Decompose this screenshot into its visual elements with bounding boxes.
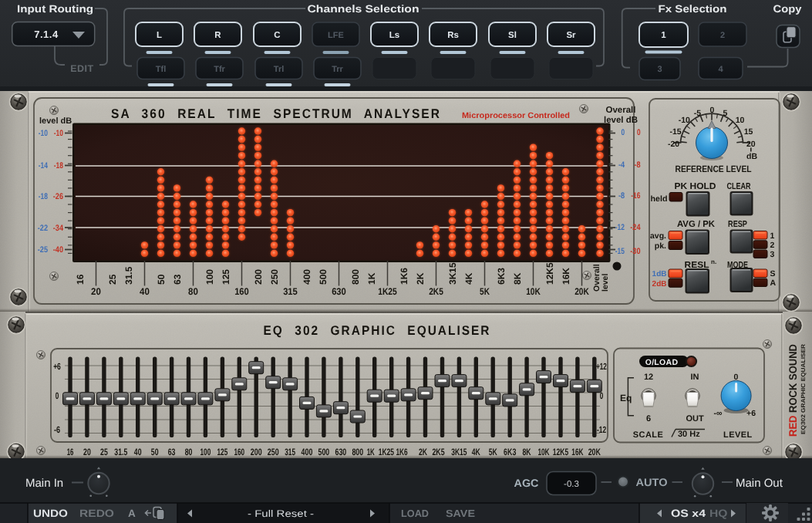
svg-text:SAVE: SAVE [446, 508, 475, 519]
svg-text:Channels Selection: Channels Selection [308, 3, 419, 15]
svg-text:-4: -4 [618, 160, 625, 170]
svg-text:-26: -26 [53, 192, 63, 201]
svg-text:-10: -10 [679, 116, 690, 125]
svg-text:63: 63 [172, 274, 183, 285]
svg-text:+6: +6 [746, 409, 756, 418]
svg-text:16: 16 [67, 447, 74, 457]
svg-text:-25: -25 [38, 245, 48, 255]
svg-text:20: 20 [746, 140, 756, 149]
svg-text:O/LOAD: O/LOAD [645, 358, 679, 367]
svg-text:100: 100 [200, 447, 211, 457]
svg-text:4K: 4K [472, 447, 480, 457]
svg-text:500: 500 [318, 269, 329, 285]
svg-text:500: 500 [318, 447, 330, 457]
svg-text:20: 20 [91, 286, 101, 297]
svg-text:level: level [601, 274, 610, 292]
svg-text:IN: IN [691, 373, 699, 382]
svg-text:Trl: Trl [274, 65, 284, 74]
svg-text:+6: +6 [53, 361, 61, 372]
svg-text:3K15: 3K15 [451, 447, 467, 457]
svg-text:-34: -34 [53, 224, 64, 233]
svg-text:16: 16 [75, 274, 86, 285]
svg-text:Ls: Ls [389, 31, 399, 40]
svg-text:315: 315 [283, 286, 298, 297]
svg-text:-8: -8 [634, 160, 640, 170]
svg-text:30 Hz: 30 Hz [678, 430, 700, 439]
svg-text:6K3: 6K3 [496, 268, 507, 285]
svg-text:RESL: RESL [685, 261, 709, 270]
svg-text:dB: dB [746, 152, 757, 161]
svg-text:PK HOLD: PK HOLD [675, 182, 716, 191]
svg-text:-18: -18 [39, 192, 48, 201]
svg-text:Fx Selection: Fx Selection [659, 3, 727, 15]
svg-text:12K5: 12K5 [544, 262, 555, 285]
svg-text:RED ROCK SOUND: RED ROCK SOUND [787, 344, 799, 437]
svg-text:200: 200 [251, 447, 262, 457]
svg-text:-24: -24 [630, 223, 641, 232]
svg-text:level dB: level dB [39, 116, 72, 126]
svg-text:40: 40 [134, 447, 142, 457]
svg-text:AUTO: AUTO [636, 476, 668, 488]
svg-text:3K15: 3K15 [447, 262, 458, 285]
svg-text:20K: 20K [574, 286, 589, 297]
svg-text:630: 630 [335, 447, 347, 457]
svg-text:10K: 10K [537, 447, 549, 457]
svg-text:80: 80 [188, 286, 198, 297]
svg-text:6: 6 [646, 414, 651, 423]
svg-text:800: 800 [352, 447, 363, 457]
svg-text:Microprocessor Controlled: Microprocessor Controlled [462, 111, 570, 120]
svg-text:EQ302 GRAPHIC EQUALISER: EQ302 GRAPHIC EQUALISER [800, 343, 807, 434]
svg-text:OS x4: OS x4 [671, 508, 706, 519]
svg-text:RESP: RESP [728, 220, 747, 229]
svg-text:-∞: -∞ [714, 409, 723, 418]
svg-text:16K: 16K [571, 447, 583, 457]
svg-text:800: 800 [350, 269, 361, 285]
svg-text:0: 0 [710, 106, 715, 115]
svg-text:S: S [770, 269, 776, 278]
svg-text:4: 4 [718, 65, 723, 74]
svg-text:-5: -5 [694, 109, 701, 118]
svg-text:1K: 1K [366, 272, 377, 285]
svg-text:-22: -22 [38, 224, 48, 233]
svg-text:-6: -6 [54, 424, 60, 435]
svg-text:Sl: Sl [508, 31, 517, 40]
svg-text:-0.3: -0.3 [564, 480, 579, 489]
svg-text:15: 15 [744, 127, 753, 137]
svg-text:Sr: Sr [566, 31, 576, 40]
svg-text:3: 3 [770, 250, 775, 259]
svg-text:2K5: 2K5 [429, 286, 443, 297]
svg-text:0: 0 [734, 373, 739, 382]
svg-text:40: 40 [140, 286, 150, 297]
svg-text:-14: -14 [39, 161, 49, 170]
svg-text:50: 50 [151, 447, 159, 457]
svg-text:Copy: Copy [773, 3, 803, 15]
svg-text:2: 2 [770, 241, 775, 250]
svg-text:25: 25 [100, 447, 108, 457]
svg-text:63: 63 [168, 447, 176, 457]
svg-text:REFERENCE LEVEL: REFERENCE LEVEL [676, 164, 752, 174]
svg-text:80: 80 [185, 447, 193, 457]
svg-text:held: held [651, 194, 668, 204]
svg-text:Main In: Main In [25, 477, 63, 490]
svg-text:1K25: 1K25 [378, 286, 397, 297]
svg-text:630: 630 [332, 286, 346, 297]
svg-text:10K: 10K [526, 286, 541, 297]
svg-text:6K3: 6K3 [504, 447, 516, 457]
svg-text:1K25: 1K25 [379, 447, 394, 457]
svg-text:Tfl: Tfl [156, 65, 166, 74]
svg-text:4K: 4K [463, 272, 474, 285]
svg-text:Rs: Rs [447, 31, 459, 40]
svg-text:0: 0 [637, 128, 641, 137]
svg-text:100: 100 [204, 269, 215, 285]
svg-text:2K: 2K [415, 272, 426, 285]
svg-text:REDO: REDO [79, 508, 114, 519]
svg-text:HQ: HQ [709, 508, 728, 519]
svg-text:2K: 2K [419, 447, 427, 457]
svg-text:5: 5 [723, 109, 727, 118]
svg-text:160: 160 [234, 447, 244, 457]
svg-text:LEVEL: LEVEL [723, 430, 752, 440]
svg-text:315: 315 [285, 447, 295, 457]
svg-text:1K: 1K [367, 447, 375, 457]
svg-text:1: 1 [770, 231, 775, 241]
svg-text:Input Routing: Input Routing [17, 3, 93, 15]
